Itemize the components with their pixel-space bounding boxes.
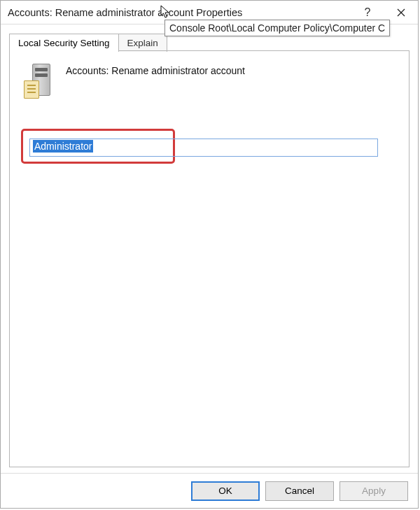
tab-container: Local Security Setting Explain Accounts:… (1, 24, 418, 473)
apply-button[interactable]: Apply (340, 481, 408, 501)
breadcrumb-tooltip: Console Root\Local Computer Policy\Compu… (164, 20, 390, 36)
cancel-button[interactable]: Cancel (265, 481, 334, 501)
input-area: Administrator (29, 139, 389, 157)
tab-panel-local-security: Accounts: Rename administrator account A… (9, 51, 410, 467)
close-icon (397, 8, 405, 17)
window-title: Accounts: Rename administrator account P… (8, 7, 351, 18)
dialog-button-row: OK Cancel Apply (1, 473, 418, 508)
properties-dialog: Accounts: Rename administrator account P… (0, 0, 419, 509)
ok-button[interactable]: OK (191, 481, 260, 501)
policy-header: Accounts: Rename administrator account (22, 64, 396, 100)
admin-name-input[interactable]: Administrator (29, 139, 378, 157)
selected-text: Administrator (33, 140, 93, 153)
policy-icon (22, 64, 53, 100)
tab-local-security-setting[interactable]: Local Security Setting (9, 34, 119, 52)
policy-title: Accounts: Rename administrator account (66, 64, 245, 76)
tab-explain[interactable]: Explain (119, 34, 167, 52)
